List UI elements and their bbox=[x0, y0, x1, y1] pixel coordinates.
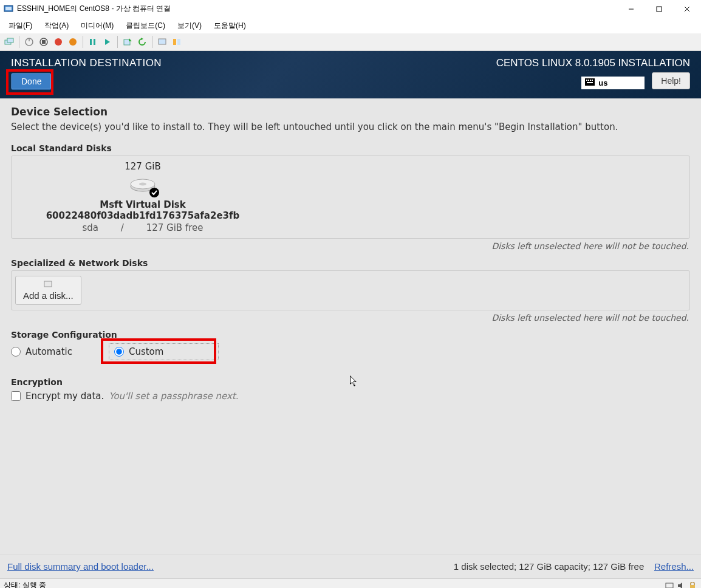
installer-footer: Full disk summary and boot loader... 1 d… bbox=[0, 554, 701, 578]
menu-help[interactable]: 도움말(H) bbox=[209, 19, 251, 32]
toolbar bbox=[0, 33, 701, 51]
svg-point-31 bbox=[139, 183, 146, 186]
ctrl-alt-del-icon[interactable] bbox=[2, 35, 16, 49]
speaker-icon bbox=[676, 581, 686, 589]
svg-rect-7 bbox=[7, 38, 13, 43]
local-disks-label: Local Standard Disks bbox=[11, 143, 690, 153]
install-title: CENTOS LINUX 8.0.1905 INSTALLATION bbox=[496, 57, 690, 69]
lock-icon bbox=[688, 581, 697, 589]
svg-rect-22 bbox=[177, 39, 180, 45]
radio-custom[interactable]: Custom bbox=[109, 343, 219, 360]
radio-custom-input[interactable] bbox=[114, 347, 124, 357]
encrypt-label: Encrypt my data. bbox=[26, 391, 104, 402]
device-selection-title: Device Selection bbox=[11, 106, 690, 118]
svg-rect-26 bbox=[590, 80, 591, 81]
footer-right: 1 disk selected; 127 GiB capacity; 127 G… bbox=[454, 561, 694, 572]
svg-rect-20 bbox=[159, 39, 166, 44]
radio-automatic-label: Automatic bbox=[26, 346, 72, 357]
full-disk-summary-link[interactable]: Full disk summary and boot loader... bbox=[7, 561, 154, 572]
device-selection-sub: Select the device(s) you'd like to insta… bbox=[11, 121, 690, 132]
window-controls bbox=[617, 0, 701, 18]
app-icon bbox=[4, 4, 13, 14]
reset-icon[interactable] bbox=[101, 35, 114, 49]
disk-name: Msft Virtual Disk 60022480f03dadb1fd1763… bbox=[15, 199, 270, 221]
network-disks-hint: Disks left unselected here will not be t… bbox=[11, 313, 689, 323]
window-title: ESSHIN_HOME의 CentOS8 - 가상 컴퓨터 연결 bbox=[17, 4, 171, 14]
svg-point-32 bbox=[149, 188, 159, 197]
svg-rect-36 bbox=[666, 583, 673, 588]
svg-rect-24 bbox=[586, 80, 587, 81]
storage-config-label: Storage Configuration bbox=[11, 330, 690, 340]
svg-rect-11 bbox=[42, 40, 46, 44]
menu-media[interactable]: 미디어(M) bbox=[76, 19, 118, 32]
svg-rect-3 bbox=[657, 7, 662, 12]
menu-clipboard[interactable]: 클립보드(C) bbox=[121, 19, 170, 32]
save-icon[interactable] bbox=[66, 35, 80, 49]
svg-rect-21 bbox=[173, 39, 176, 45]
disk-size: 127 GiB bbox=[15, 161, 270, 172]
keyboard-icon bbox=[585, 78, 595, 87]
svg-marker-16 bbox=[105, 39, 110, 45]
radio-automatic-input[interactable] bbox=[11, 347, 21, 357]
radio-custom-label: Custom bbox=[129, 346, 163, 357]
start-icon[interactable] bbox=[22, 35, 36, 49]
host-statusbar: 상태: 실행 중 bbox=[0, 578, 701, 588]
installer-main: Device Selection Select the device(s) yo… bbox=[0, 98, 701, 554]
done-button[interactable]: Done bbox=[11, 73, 52, 90]
encryption-label: Encryption bbox=[11, 377, 690, 387]
disk-free: 127 GiB free bbox=[146, 222, 203, 233]
minimize-button[interactable] bbox=[617, 0, 645, 18]
network-disks-label: Specialized & Network Disks bbox=[11, 258, 690, 268]
checkpoint-icon[interactable] bbox=[121, 35, 134, 49]
svg-rect-28 bbox=[587, 82, 593, 83]
installer-header: INSTALLATION DESTINATION Done CENTOS LIN… bbox=[0, 51, 701, 98]
close-button[interactable] bbox=[673, 0, 701, 18]
svg-point-13 bbox=[69, 38, 77, 46]
local-disks-hint: Disks left unselected here will not be t… bbox=[11, 241, 689, 251]
svg-marker-19 bbox=[141, 38, 143, 40]
page-title: INSTALLATION DESTINATION bbox=[11, 57, 162, 69]
turn-off-icon[interactable] bbox=[37, 35, 50, 49]
disk-sep: / bbox=[121, 222, 124, 233]
svg-rect-33 bbox=[44, 281, 52, 287]
enhanced-icon[interactable] bbox=[156, 35, 169, 49]
disk-dev: sda bbox=[83, 222, 99, 233]
shut-down-icon[interactable] bbox=[52, 35, 65, 49]
keyboard-layout-label: us bbox=[598, 78, 607, 87]
svg-point-12 bbox=[55, 38, 62, 46]
svg-rect-27 bbox=[592, 80, 593, 81]
help-button[interactable]: Help! bbox=[652, 72, 690, 89]
network-icon bbox=[665, 581, 674, 589]
add-disk-label: Add a disk... bbox=[23, 290, 74, 301]
status-text: 상태: 실행 중 bbox=[4, 580, 46, 588]
disk-subline: sda / 127 GiB free bbox=[15, 222, 270, 233]
encrypt-row: Encrypt my data. You'll set a passphrase… bbox=[11, 391, 690, 402]
refresh-link[interactable]: Refresh... bbox=[654, 561, 694, 572]
vm-area: INSTALLATION DESTINATION Done CENTOS LIN… bbox=[0, 51, 701, 578]
footer-status: 1 disk selected; 127 GiB capacity; 127 G… bbox=[454, 561, 645, 572]
radio-automatic[interactable]: Automatic bbox=[11, 346, 72, 357]
network-disks-box: Add a disk... bbox=[11, 270, 690, 310]
maximize-button[interactable] bbox=[645, 0, 673, 18]
revert-icon[interactable] bbox=[135, 35, 149, 49]
svg-rect-1 bbox=[5, 7, 12, 10]
svg-marker-18 bbox=[129, 38, 132, 41]
encrypt-checkbox[interactable] bbox=[11, 391, 21, 401]
menu-file[interactable]: 파일(F) bbox=[4, 19, 37, 32]
keyboard-layout-button[interactable]: us bbox=[581, 77, 645, 89]
pause-icon[interactable] bbox=[86, 35, 100, 49]
add-disk-button[interactable]: Add a disk... bbox=[15, 276, 81, 305]
menu-action[interactable]: 작업(A) bbox=[39, 19, 74, 32]
share-icon[interactable] bbox=[170, 35, 183, 49]
disk-entry[interactable]: 127 GiB Msft Virtual Disk 60022480f03dad… bbox=[15, 161, 270, 233]
svg-marker-38 bbox=[678, 583, 682, 589]
svg-rect-15 bbox=[94, 39, 95, 45]
svg-rect-25 bbox=[588, 80, 589, 81]
storage-radio-row: Automatic Custom bbox=[11, 343, 690, 360]
add-disk-icon bbox=[43, 280, 53, 290]
svg-rect-39 bbox=[690, 585, 695, 589]
menu-bar: 파일(F) 작업(A) 미디어(M) 클립보드(C) 보기(V) 도움말(H) bbox=[0, 18, 701, 33]
menu-view[interactable]: 보기(V) bbox=[173, 19, 207, 32]
encrypt-hint: You'll set a passphrase next. bbox=[109, 391, 238, 402]
svg-rect-14 bbox=[90, 39, 92, 45]
